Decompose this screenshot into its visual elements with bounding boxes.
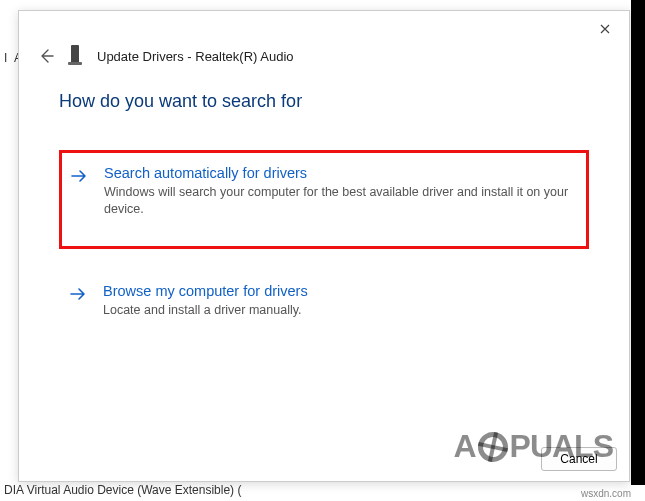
background-bottom-caption: DIA Virtual Audio Device (Wave Extensibl… <box>4 483 241 497</box>
option-search-automatically[interactable]: Search automatically for drivers Windows… <box>59 150 589 249</box>
dialog-title: Update Drivers - Realtek(R) Audio <box>97 49 294 64</box>
dialog-question: How do you want to search for <box>59 91 589 112</box>
option-text-block: Search automatically for drivers Windows… <box>104 165 578 218</box>
dialog-header: Update Drivers - Realtek(R) Audio <box>19 11 629 67</box>
back-button[interactable] <box>37 47 55 65</box>
dialog-footer: Cancel <box>19 439 629 481</box>
background-dark-strip <box>631 0 645 485</box>
close-icon <box>600 24 610 34</box>
arrow-right-icon <box>69 285 89 305</box>
device-speaker-icon <box>67 45 85 67</box>
close-button[interactable] <box>591 17 619 41</box>
option-text-block: Browse my computer for drivers Locate an… <box>103 283 579 319</box>
cancel-button[interactable]: Cancel <box>541 447 617 471</box>
update-drivers-dialog: Update Drivers - Realtek(R) Audio How do… <box>18 10 630 482</box>
back-arrow-icon <box>38 48 54 64</box>
option-description: Windows will search your computer for th… <box>104 184 578 218</box>
option-browse-computer[interactable]: Browse my computer for drivers Locate an… <box>59 269 589 339</box>
option-title: Browse my computer for drivers <box>103 283 579 299</box>
arrow-right-icon <box>70 167 90 187</box>
option-description: Locate and install a driver manually. <box>103 302 579 319</box>
dialog-body: How do you want to search for Search aut… <box>19 67 629 439</box>
option-title: Search automatically for drivers <box>104 165 578 181</box>
image-credit: wsxdn.com <box>581 488 631 499</box>
